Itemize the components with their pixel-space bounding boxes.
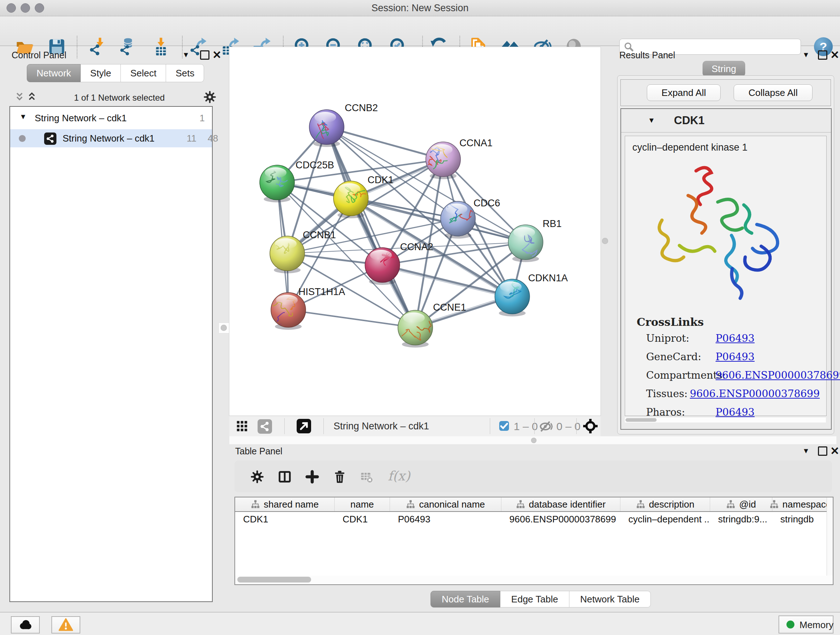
string-results-container: Expand All Collapse All ▼ CDK1 cyclin–de… xyxy=(617,75,834,434)
column-header[interactable]: shared name xyxy=(235,497,335,511)
hidden-eye-slash-icon[interactable] xyxy=(539,420,553,433)
column-header[interactable]: @id xyxy=(710,497,772,511)
network-collection-row[interactable]: ▼ String Network – cdk1 1 xyxy=(10,111,212,125)
expand-all-button[interactable]: Expand All xyxy=(647,84,721,101)
column-header[interactable]: description xyxy=(621,497,710,511)
network-canvas[interactable]: CCNB2CCNA1CDC25BCDK1CDC6RB1CCNB1CCNA2CDK… xyxy=(229,47,600,416)
warning-icon xyxy=(58,618,73,632)
results-panel-float-icon[interactable] xyxy=(818,50,827,60)
control-panel-menu-icon[interactable]: ▼ xyxy=(182,51,189,59)
network-column-icon xyxy=(516,500,525,509)
expand-collapse-bar: Expand All Collapse All xyxy=(621,79,831,106)
crosslink-row: GeneCard:P06493 xyxy=(646,351,820,363)
table-vscrollbar[interactable] xyxy=(827,497,833,576)
table-cell: CDK1 xyxy=(335,514,390,525)
table-panel-menu-icon[interactable]: ▼ xyxy=(802,447,810,455)
scrollbar-thumb[interactable] xyxy=(625,418,657,422)
collapse-all-icon[interactable] xyxy=(14,92,25,102)
table-body: CDK1CDK1P064939606.ENSP00000378699cyclin… xyxy=(235,512,833,526)
results-panel-title: Results Panel xyxy=(619,50,675,60)
left-splitter-handle[interactable] xyxy=(218,323,229,333)
network-column-icon xyxy=(636,500,645,509)
network-node-count: 11 xyxy=(187,133,196,144)
crosslink-value-link[interactable]: 9606.ENSP00000378699 xyxy=(715,369,840,381)
results-panel: Results Panel ▼ ✕ String Expand All Coll… xyxy=(615,47,836,436)
network-row-selected[interactable]: String Network – cdk1 11 48 xyxy=(10,129,212,147)
cloud-button[interactable] xyxy=(11,616,40,633)
table-hscrollbar[interactable] xyxy=(235,576,831,584)
column-header-label: namespace xyxy=(783,499,831,510)
cloud-icon xyxy=(18,618,33,632)
fit-selection-crosshair-icon[interactable] xyxy=(583,419,598,433)
expand-all-icon[interactable] xyxy=(27,92,37,102)
tab-style[interactable]: Style xyxy=(81,64,121,82)
svg-text:CCNE1: CCNE1 xyxy=(433,302,466,313)
collapse-node-icon[interactable]: ▼ xyxy=(648,116,655,125)
column-header[interactable]: namespace xyxy=(772,497,829,511)
right-splitter-handle[interactable] xyxy=(602,238,608,244)
svg-text:CDC25B: CDC25B xyxy=(295,160,334,171)
network-column-icon xyxy=(769,500,779,509)
network-edge-count: 48 xyxy=(208,133,218,144)
table-panel-float-icon[interactable] xyxy=(818,447,827,456)
column-header-label: @id xyxy=(739,499,756,510)
crosslinks-list: Uniprot:P06493GeneCard:P06493Compartment… xyxy=(646,333,820,424)
network-graph[interactable]: CCNB2CCNA1CDC25BCDK1CDC6RB1CCNB1CCNA2CDK… xyxy=(229,47,600,416)
table-row[interactable]: CDK1CDK1P064939606.ENSP00000378699cyclin… xyxy=(235,512,833,526)
footer-separator xyxy=(490,418,490,434)
table-settings-gear-icon[interactable] xyxy=(250,470,264,484)
crosslink-value-link[interactable]: P06493 xyxy=(715,406,755,418)
control-panel-float-icon[interactable] xyxy=(200,50,210,60)
tab-sets[interactable]: Sets xyxy=(166,64,204,82)
tab-network-table[interactable]: Network Table xyxy=(569,591,651,608)
table-panel-close-icon[interactable]: ✕ xyxy=(830,448,839,455)
tab-node-table[interactable]: Node Table xyxy=(431,591,500,608)
status-bar: Memory xyxy=(0,612,840,635)
node-CCNA1 xyxy=(426,142,461,179)
tab-network[interactable]: Network xyxy=(27,64,81,82)
selected-checkbox[interactable] xyxy=(499,421,509,431)
horizontal-splitter[interactable] xyxy=(229,436,836,444)
collection-count: 1 xyxy=(200,112,205,124)
svg-text:RB1: RB1 xyxy=(543,218,562,229)
collection-label: String Network – cdk1 xyxy=(35,112,126,124)
network-share-icon[interactable] xyxy=(257,419,272,434)
network-options-gear-icon[interactable] xyxy=(203,90,216,103)
table-cell: stringdb:9... xyxy=(710,514,772,525)
crosslink-value-link[interactable]: P06493 xyxy=(715,333,755,344)
collapse-collection-icon[interactable]: ▼ xyxy=(19,112,27,121)
birds-eye-grid-icon[interactable] xyxy=(236,420,248,432)
results-panel-menu-icon[interactable]: ▼ xyxy=(802,51,810,59)
network-tree: ▼ String Network – cdk1 1 String Network… xyxy=(9,106,213,602)
crosslink-label: Tissues: xyxy=(646,388,690,400)
network-column-icon xyxy=(726,500,736,509)
svg-text:CDKN1A: CDKN1A xyxy=(528,272,568,283)
table-toolbar: f(x) xyxy=(234,461,832,492)
scrollbar-thumb[interactable] xyxy=(237,577,311,583)
column-header[interactable]: database identifier xyxy=(501,497,621,511)
collapse-all-button[interactable]: Collapse All xyxy=(734,84,813,101)
footer-separator xyxy=(324,418,324,434)
results-hscrollbar[interactable] xyxy=(625,417,826,423)
window-title: Session: New Session xyxy=(0,0,840,16)
tab-select[interactable]: Select xyxy=(121,64,166,82)
current-network-name: String Network – cdk1 xyxy=(333,421,429,432)
crosslink-label: GeneCard: xyxy=(646,351,715,363)
footer-separator xyxy=(284,418,285,434)
svg-text:CCNB1: CCNB1 xyxy=(303,230,336,241)
show-columns-icon[interactable] xyxy=(278,470,292,484)
table-header-row: shared namenamecanonical namedatabase id… xyxy=(235,497,833,512)
open-in-window-icon[interactable] xyxy=(297,419,311,433)
control-panel-close-icon[interactable]: ✕ xyxy=(212,51,221,59)
delete-column-trash-icon[interactable] xyxy=(333,470,347,484)
results-panel-close-icon[interactable]: ✕ xyxy=(830,51,839,59)
crosslink-value-link[interactable]: P06493 xyxy=(715,351,755,363)
add-column-icon[interactable] xyxy=(305,470,319,484)
crosslink-value-link[interactable]: 9606.ENSP00000378699 xyxy=(690,388,820,400)
warnings-button[interactable] xyxy=(51,616,80,633)
tab-edge-table[interactable]: Edge Table xyxy=(500,591,569,608)
column-header[interactable]: name xyxy=(335,497,390,511)
tab-string[interactable]: String xyxy=(703,61,745,77)
column-header[interactable]: canonical name xyxy=(390,497,501,511)
memory-button[interactable]: Memory xyxy=(778,616,834,633)
